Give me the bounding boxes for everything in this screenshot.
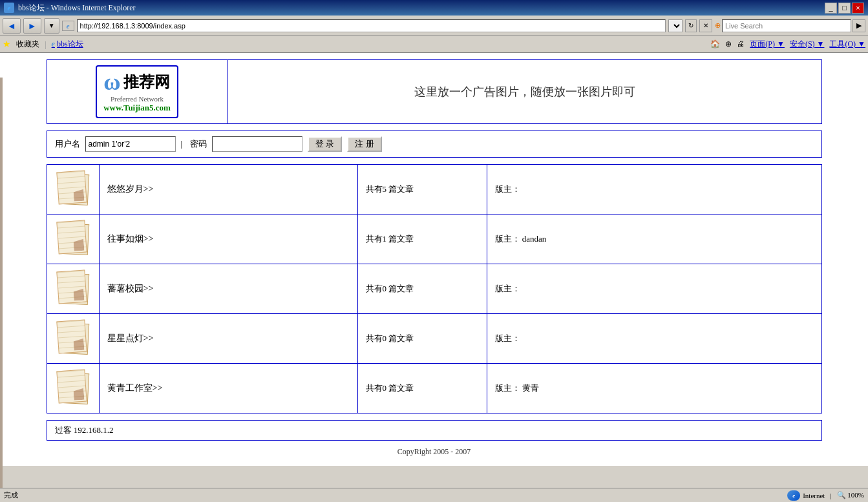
forum-name-cell[interactable]: 往事如烟>> <box>99 214 357 264</box>
live-search-button[interactable]: ▶ <box>852 19 865 32</box>
forum-count-cell: 共有0 篇文章 <box>357 364 487 413</box>
logo-top: ω 推荐网 <box>103 70 171 94</box>
newspaper-icon <box>55 319 91 355</box>
password-input[interactable] <box>212 136 302 152</box>
ie-title-icon: e <box>4 3 14 13</box>
forum-moderator-cell: 版主： dandan <box>487 214 821 264</box>
username-label: 用户名 <box>55 138 80 150</box>
tools-menu[interactable]: 工具(O) ▼ <box>829 39 865 50</box>
tab-label: bbs论坛 <box>57 39 83 50</box>
tab-bbs[interactable]: e bbs论坛 <box>52 39 83 50</box>
stop-loading-button[interactable]: ✕ <box>699 19 712 32</box>
favorites-star-icon: ★ <box>3 39 11 50</box>
page-menu[interactable]: 页面(P) ▼ <box>750 39 785 50</box>
live-search-input[interactable] <box>722 19 851 32</box>
forum-row: 黄青工作室>>共有0 篇文章版主： 黄青 <box>47 364 821 413</box>
title-bar-controls: _ □ × <box>825 3 864 14</box>
forum-moderator-cell: 版主： 黄青 <box>487 364 821 413</box>
logo-subtitle-text: Preferred Network <box>103 95 171 103</box>
logo-url-text: www.Tuijian5.com <box>103 103 171 113</box>
title-bar-left: e bbs论坛 - Windows Internet Explorer <box>4 3 135 14</box>
forum-icon-cell <box>47 214 99 264</box>
back-arrow-icon: ◄ <box>7 21 16 31</box>
ad-text: 这里放一个广告图片，随便放一张图片即可 <box>414 84 635 99</box>
maximize-button[interactable]: □ <box>838 3 851 14</box>
browser-content: ω 推荐网 Preferred Network www.Tuijian5.com… <box>0 53 868 466</box>
forum-icon-cell <box>47 165 99 214</box>
register-button[interactable]: 注 册 <box>347 136 382 152</box>
security-menu-label: 安全(S) ▼ <box>790 39 825 50</box>
navigation-toolbar: ◄ ► ▼ e http://192.168.1.3:8009/index.as… <box>0 16 868 36</box>
logo-chinese-text: 推荐网 <box>123 72 170 92</box>
security-menu[interactable]: 安全(S) ▼ <box>790 39 825 50</box>
newspaper-icon <box>55 170 91 206</box>
forum-icon-cell <box>47 314 99 364</box>
stop-button[interactable]: ▼ <box>44 18 59 34</box>
forum-moderator-cell: 版主： <box>487 165 821 214</box>
forum-name-link[interactable]: 悠悠岁月>> <box>107 184 154 194</box>
copyright-bar: CopyRight 2005 - 2007 <box>47 444 822 459</box>
favorites-label: 收藏夹 <box>16 39 39 50</box>
newspaper-icon <box>55 369 91 405</box>
left-scroll-indicator <box>0 78 3 466</box>
forum-row: 蕃薯校园>>共有0 篇文章版主： <box>47 264 821 314</box>
forum-name-cell[interactable]: 悠悠岁月>> <box>99 165 357 214</box>
forum-table: 悠悠岁月>>共有5 篇文章版主： 往事如烟>>共有1 篇文章版主： dandan… <box>47 164 822 413</box>
forum-name-link[interactable]: 蕃薯校园>> <box>107 284 154 293</box>
logo-text-group: 推荐网 <box>123 72 170 92</box>
toolbar-separator: | <box>45 39 47 50</box>
print-icon[interactable]: 🖨 <box>737 39 745 49</box>
username-input[interactable] <box>85 136 176 152</box>
title-bar: e bbs论坛 - Windows Internet Explorer _ □ … <box>0 0 868 16</box>
forum-name-link[interactable]: 黄青工作室>> <box>107 383 163 393</box>
back-button[interactable]: ◄ <box>3 18 21 34</box>
forum-count-cell: 共有0 篇文章 <box>357 264 487 314</box>
toolbar-icons-right: 🏠 ⊕ 🖨 页面(P) ▼ 安全(S) ▼ 工具(O) ▼ <box>710 39 865 50</box>
password-label: 密码 <box>190 138 207 150</box>
login-section: 用户名 | 密码 登 录 注 册 <box>47 131 822 158</box>
login-button[interactable]: 登 录 <box>308 136 343 152</box>
favorites-toolbar: ★ 收藏夹 | e bbs论坛 🏠 ⊕ 🖨 页面(P) ▼ 安全(S) ▼ 工具… <box>0 36 868 53</box>
tools-menu-label: 工具(O) ▼ <box>829 39 865 50</box>
cursor-indicator: | <box>181 139 185 149</box>
banner-section: ω 推荐网 Preferred Network www.Tuijian5.com… <box>47 59 822 124</box>
forum-icon-cell <box>47 264 99 314</box>
newspaper-icon <box>55 269 91 306</box>
forward-button[interactable]: ► <box>23 18 41 34</box>
logo-spiral-icon: ω <box>103 70 120 94</box>
refresh-button[interactable]: ↻ <box>685 19 697 32</box>
minimize-button[interactable]: _ <box>825 3 837 14</box>
address-icon: e <box>62 21 74 31</box>
forum-count-cell: 共有1 篇文章 <box>357 214 487 264</box>
forward-arrow-icon: ► <box>28 21 37 31</box>
home-icon[interactable]: 🏠 <box>710 39 720 49</box>
address-input[interactable]: http://192.168.1.3:8009/index.asp <box>77 19 666 32</box>
page-menu-label: 页面(P) ▼ <box>750 39 785 50</box>
forum-name-link[interactable]: 往事如烟>> <box>107 234 154 244</box>
forum-icon-cell <box>47 364 99 413</box>
forum-count-cell: 共有5 篇文章 <box>357 165 487 214</box>
address-dropdown[interactable] <box>668 19 683 32</box>
forum-name-link[interactable]: 星星点灯>> <box>107 333 154 343</box>
forum-count-cell: 共有0 篇文章 <box>357 314 487 364</box>
newspaper-icon <box>55 220 91 256</box>
visitor-info: 过客 192.168.1.2 <box>47 420 822 441</box>
forum-row: 悠悠岁月>>共有5 篇文章版主： <box>47 165 821 214</box>
address-bar-container: e http://192.168.1.3:8009/index.asp ↻ ✕ <box>62 19 712 32</box>
forum-row: 星星点灯>>共有0 篇文章版主： <box>47 314 821 364</box>
logo-area: ω 推荐网 Preferred Network www.Tuijian5.com <box>47 60 228 123</box>
forum-moderator-cell: 版主： <box>487 314 821 364</box>
live-search-icon: ⊕ <box>715 21 721 30</box>
window-title: bbs论坛 - Windows Internet Explorer <box>18 3 135 14</box>
live-search-container: ⊕ ▶ <box>715 19 865 32</box>
forum-row: 往事如烟>>共有1 篇文章版主： dandan <box>47 214 821 264</box>
forum-name-cell[interactable]: 蕃薯校园>> <box>99 264 357 314</box>
logo-box: ω 推荐网 Preferred Network www.Tuijian5.com <box>96 65 178 118</box>
forum-name-cell[interactable]: 黄青工作室>> <box>99 364 357 413</box>
feeds-icon[interactable]: ⊕ <box>725 39 732 49</box>
ad-area: 这里放一个广告图片，随便放一张图片即可 <box>228 71 821 112</box>
tab-ie-icon: e <box>52 39 55 49</box>
page-wrapper: ω 推荐网 Preferred Network www.Tuijian5.com… <box>47 59 822 459</box>
forum-name-cell[interactable]: 星星点灯>> <box>99 314 357 364</box>
close-button[interactable]: × <box>852 3 864 14</box>
